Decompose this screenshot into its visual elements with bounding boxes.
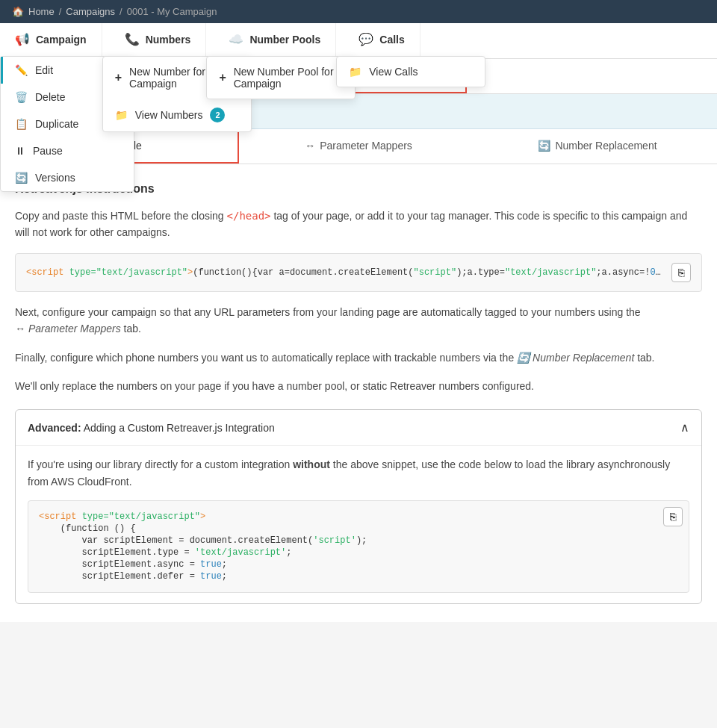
head-tag: </head> <box>227 210 271 222</box>
view-numbers-item[interactable]: 📁 View Numbers 2 <box>103 99 251 131</box>
calls-label: Calls <box>379 34 404 46</box>
copy-icon: ⎘ <box>678 267 684 279</box>
numbers-badge: 2 <box>210 108 225 122</box>
copy-script-button[interactable]: ⎘ <box>671 263 691 282</box>
calls-folder-icon: 📁 <box>349 66 361 78</box>
edit-label: Edit <box>35 64 53 76</box>
new-pool-item[interactable]: + New Number Pool for Campaign <box>207 57 355 99</box>
numbers-menu-title[interactable]: 📞 Numbers <box>125 32 191 49</box>
numbers-label: Numbers <box>146 34 191 46</box>
nav-section-numbers[interactable]: 📞 Numbers + New Number for Campaign 📁 Vi… <box>102 23 207 58</box>
pools-dropdown: + New Number Pool for Campaign <box>206 56 356 99</box>
copy-icon2: ⎘ <box>670 511 676 523</box>
duplicate-icon: 📋 <box>15 118 28 130</box>
delete-label: Delete <box>35 91 65 103</box>
next-text: Next, configure your campaign so that an… <box>15 306 641 318</box>
replace-note: We'll only replace the numbers on your p… <box>15 378 702 394</box>
code-line-5: scriptElement.async = true; <box>39 559 678 570</box>
number-replacement-label: Number Replacement <box>555 140 657 152</box>
advanced-desc-text1: If you're using our library directly for… <box>28 458 290 470</box>
arrows-icon: ↔ <box>305 140 315 152</box>
advanced-desc-bold: without <box>293 458 330 470</box>
advanced-header-text: Advanced: Adding a Custom Retreaver.js I… <box>28 422 275 434</box>
edit-icon: ✏️ <box>15 64 28 76</box>
refresh-icon2: 🔄 <box>517 349 530 366</box>
param-mappers-link[interactable]: ↔ Parameter Mappers <box>15 320 121 337</box>
duplicate-label: Duplicate <box>35 118 78 130</box>
param-link-text: Parameter Mappers <box>28 320 121 337</box>
breadcrumb-home[interactable]: Home <box>28 6 55 17</box>
view-numbers-label: View Numbers <box>135 109 203 121</box>
advanced-code-block: ⎘ <script type="text/javascript"> (funct… <box>28 500 689 593</box>
nav-section-calls[interactable]: 💬 Calls 📁 View Calls <box>336 23 420 58</box>
copy-advanced-button[interactable]: ⎘ <box>663 507 683 526</box>
breadcrumb-campaign-name: 0001 - My Campaign <box>127 6 217 17</box>
campaign-icon: 📢 <box>15 32 30 46</box>
content-area: Retreaver.js Instructions Copy and paste… <box>0 164 717 622</box>
pause-label: Pause <box>33 145 63 157</box>
number-replace-text: Number Replacement <box>533 349 634 366</box>
nav-menu: 📢 Campaign ✏️ Edit 🗑️ Delete 📋 Duplicate… <box>0 23 717 59</box>
finally-text2: tab. <box>637 352 654 364</box>
refresh-icon: 🔄 <box>538 140 550 152</box>
home-icon: 🏠 <box>12 6 24 17</box>
code-line-6: scriptElement.defer = true; <box>39 571 678 582</box>
sub-tab-number-replacement[interactable]: 🔄 Number Replacement <box>478 129 717 164</box>
pools-label: Number Pools <box>249 34 320 46</box>
code-line-2: (function () { <box>39 523 678 534</box>
intro-text1: Copy and paste this HTML before the clos… <box>15 210 224 222</box>
campaign-label: Campaign <box>36 34 87 46</box>
pause-icon: ⏸ <box>15 145 25 157</box>
nav-section-pools[interactable]: ☁️ Number Pools + New Number Pool for Ca… <box>206 23 336 58</box>
view-calls-item[interactable]: 📁 View Calls <box>337 57 485 87</box>
versions-label: Versions <box>35 172 75 184</box>
advanced-desc: If you're using our library directly for… <box>28 456 689 490</box>
advanced-body: If you're using our library directly for… <box>16 446 701 603</box>
instructions-finally: Finally, configure which phone numbers y… <box>15 349 702 366</box>
cloud-icon: ☁️ <box>229 32 243 46</box>
advanced-box: Advanced: Adding a Custom Retreaver.js I… <box>15 409 702 604</box>
campaign-menu-title[interactable]: 📢 Campaign <box>15 32 87 49</box>
new-pool-icon: + <box>219 71 226 84</box>
sub-tab-param-mappers[interactable]: ↔ Parameter Mappers <box>239 129 478 164</box>
nav-section-campaign[interactable]: 📢 Campaign ✏️ Edit 🗑️ Delete 📋 Duplicate… <box>0 23 102 58</box>
code-line-4: scriptElement.type = 'text/javascript'; <box>39 547 678 558</box>
arrows-icon2: ↔ <box>15 320 25 337</box>
script-code-block: <script type="text/javascript">(function… <box>15 253 702 292</box>
param-mappers-label: Parameter Mappers <box>320 140 412 152</box>
code-line-1: <script type="text/javascript"> <box>39 511 678 522</box>
calls-dropdown: 📁 View Calls <box>336 56 485 87</box>
breadcrumb-sep1: / <box>59 6 62 17</box>
view-calls-label: View Calls <box>369 66 418 78</box>
campaign-versions-item[interactable]: 🔄 Versions <box>1 164 134 191</box>
script-snippet: <script type="text/javascript">(function… <box>26 267 665 278</box>
pools-menu-title[interactable]: ☁️ Number Pools <box>229 32 320 49</box>
chevron-up-icon: ∧ <box>680 420 689 435</box>
advanced-label: Advanced: <box>28 422 81 434</box>
number-replacement-link[interactable]: 🔄 Number Replacement <box>517 349 634 366</box>
new-number-icon: + <box>115 71 122 84</box>
advanced-title: Adding a Custom Retreaver.js Integration <box>84 422 275 434</box>
advanced-header[interactable]: Advanced: Adding a Custom Retreaver.js I… <box>16 410 701 446</box>
calls-menu-title[interactable]: 💬 Calls <box>358 32 404 49</box>
versions-icon: 🔄 <box>15 172 28 184</box>
delete-icon: 🗑️ <box>15 91 28 103</box>
breadcrumb: 🏠 Home / Campaigns / 0001 - My Campaign <box>0 0 717 23</box>
breadcrumb-campaigns[interactable]: Campaigns <box>66 6 115 17</box>
instructions-next: Next, configure your campaign so that an… <box>15 304 702 337</box>
next-text2: tab. <box>124 323 141 335</box>
finally-text: Finally, configure which phone numbers y… <box>15 352 514 364</box>
calls-icon: 💬 <box>358 32 373 46</box>
campaign-pause-item[interactable]: ⏸ Pause <box>1 137 134 164</box>
phone-icon: 📞 <box>125 32 140 46</box>
new-pool-label: New Number Pool for Campaign <box>234 66 344 90</box>
instructions-intro: Copy and paste this HTML before the clos… <box>15 208 702 241</box>
folder-icon: 📁 <box>115 109 128 121</box>
breadcrumb-sep2: / <box>120 6 122 17</box>
code-line-3: var scriptElement = document.createEleme… <box>39 535 678 546</box>
